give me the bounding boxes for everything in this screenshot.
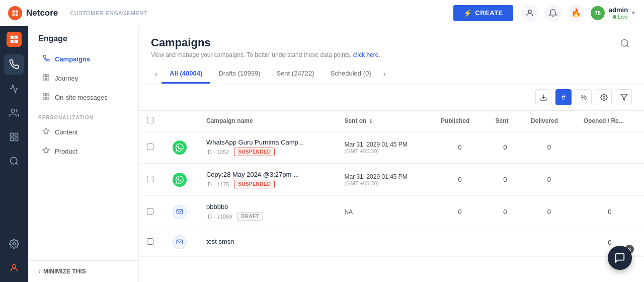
published-cell — [433, 228, 488, 257]
svg-rect-20 — [43, 97, 45, 99]
svg-rect-17 — [47, 78, 49, 80]
col-header-opened: Opened / Re... — [576, 111, 644, 131]
published-cell: 0 — [433, 196, 488, 228]
search-button[interactable] — [618, 36, 632, 53]
delivered-cell: 0 — [523, 164, 576, 196]
opened-cell — [576, 131, 644, 164]
rail-engage-icon[interactable] — [4, 54, 24, 75]
header-subtitle: CUSTOMER ENGAGEMENT — [70, 10, 147, 16]
content-header: Campaigns View and manage your campaigns… — [139, 26, 644, 84]
svg-point-12 — [13, 243, 16, 245]
campaign-id: ID - 31069DRAFT — [206, 212, 328, 221]
svg-line-25 — [627, 45, 629, 47]
minimize-button[interactable]: ‹ MINIMIZE THIS — [28, 260, 138, 282]
campaign-name: Copy:28 May 2024 @3:27pm-... — [206, 171, 328, 178]
svg-rect-21 — [47, 97, 49, 99]
table-container: Campaign name Sent on ℹ Published Sent D… — [139, 111, 644, 282]
personalization-section-label: PERSONALIZATION — [28, 107, 138, 122]
svg-rect-6 — [11, 133, 14, 136]
campaign-name: bbbbbb — [206, 203, 328, 210]
sidebar-item-content[interactable]: Content — [32, 122, 134, 142]
sidebar-item-journey[interactable]: Journey — [32, 68, 134, 88]
svg-rect-16 — [43, 78, 45, 80]
tab-next-btn[interactable]: › — [379, 69, 390, 79]
tab-all[interactable]: All (40004) — [162, 64, 210, 84]
tab-drafts[interactable]: Drafts (10939) — [210, 64, 268, 84]
percent-view-btn[interactable]: % — [576, 89, 592, 105]
rail-segments-icon[interactable] — [4, 127, 24, 147]
chat-fab-btn[interactable] — [608, 246, 632, 270]
svg-rect-18 — [43, 94, 45, 96]
column-settings-btn[interactable] — [596, 89, 612, 105]
sent-cell: 0 — [488, 196, 523, 228]
opened-cell: 0 — [576, 196, 644, 228]
row-checkbox[interactable] — [147, 208, 153, 215]
row-checkbox[interactable] — [147, 176, 153, 182]
channel-cell — [162, 131, 198, 164]
content-icon — [42, 127, 50, 136]
tab-sent[interactable]: Sent (24722) — [268, 64, 322, 84]
minimize-chevron-icon: ‹ — [38, 268, 40, 275]
tab-prev-btn[interactable]: ‹ — [151, 69, 162, 79]
sms-icon — [173, 235, 187, 249]
hash-view-btn[interactable]: # — [555, 89, 572, 105]
toolbar: # % — [139, 84, 644, 111]
row-checkbox[interactable] — [147, 238, 153, 245]
col-header-sent-on[interactable]: Sent on ℹ — [336, 111, 432, 131]
rail-user-profile-icon[interactable] — [4, 258, 24, 278]
tab-scheduled[interactable]: Scheduled (0) — [323, 64, 379, 84]
rail-analytics-icon[interactable] — [4, 79, 24, 99]
icon-rail — [0, 26, 28, 282]
content-area: Campaigns View and manage your campaigns… — [139, 26, 644, 282]
row-checkbox[interactable] — [147, 144, 153, 150]
sidebar-title: Engage — [28, 34, 138, 49]
table-row: Copy:28 May 2024 @3:27pm-... ID - 1175SU… — [139, 164, 644, 196]
sent-cell: 0 — [488, 164, 523, 196]
rail-search-icon[interactable] — [4, 151, 24, 171]
download-btn[interactable] — [535, 89, 551, 105]
notification-bell-btn[interactable] — [544, 5, 561, 22]
tabs-bar: ‹ All (40004) Drafts (10939) Sent (24722… — [151, 64, 632, 84]
col-header-published: Published — [433, 111, 488, 131]
admin-dropdown-arrow[interactable]: ▼ — [631, 10, 636, 16]
select-all-header[interactable] — [139, 111, 162, 131]
bolt-icon: ⚡ — [463, 9, 472, 17]
col-header-name[interactable]: Campaign name — [198, 111, 336, 131]
whatsapp-icon — [173, 173, 187, 187]
campaign-name: test smsn — [206, 238, 328, 245]
svg-rect-8 — [11, 138, 14, 141]
table-row: WhatsApp Guru Purnima Camp... ID - 1052S… — [139, 131, 644, 164]
status-badge: SUSPENDED — [234, 148, 275, 156]
svg-rect-2 — [15, 36, 18, 39]
campaign-name-cell: test smsn — [198, 228, 336, 257]
rail-users-icon[interactable] — [4, 103, 24, 123]
channel-cell — [162, 196, 198, 228]
svg-rect-19 — [47, 94, 49, 96]
journey-label: Journey — [55, 75, 78, 82]
user-icon-btn[interactable] — [521, 5, 538, 22]
campaigns-label: Campaigns — [55, 55, 90, 63]
create-button[interactable]: ⚡ CREATE — [453, 5, 513, 21]
fire-icon-btn[interactable]: 🔥 — [568, 5, 585, 22]
svg-point-5 — [11, 109, 15, 113]
svg-rect-9 — [15, 138, 18, 141]
delivered-cell: 0 — [523, 131, 576, 164]
rail-settings-icon[interactable] — [4, 234, 24, 254]
filter-btn[interactable] — [616, 89, 632, 105]
svg-rect-4 — [15, 40, 18, 43]
sidebar-item-onsite[interactable]: On-site messages — [32, 88, 134, 107]
sent-on-date: NA — [344, 208, 424, 216]
svg-rect-7 — [15, 133, 18, 136]
logo-icon — [8, 6, 22, 20]
sidebar-item-product[interactable]: Product — [32, 142, 134, 161]
sidebar-item-campaigns[interactable]: Campaigns — [32, 49, 134, 68]
campaign-name: WhatsApp Guru Purnima Camp... — [206, 138, 328, 146]
sent-on-cell — [336, 228, 432, 257]
published-cell: 0 — [433, 131, 488, 164]
svg-line-11 — [16, 163, 18, 165]
svg-marker-23 — [43, 147, 49, 153]
select-all-checkbox[interactable] — [147, 117, 153, 123]
whatsapp-icon — [173, 140, 187, 155]
admin-area[interactable]: admin Live ▼ — [609, 6, 636, 20]
click-here-link[interactable]: click here. — [353, 51, 380, 58]
